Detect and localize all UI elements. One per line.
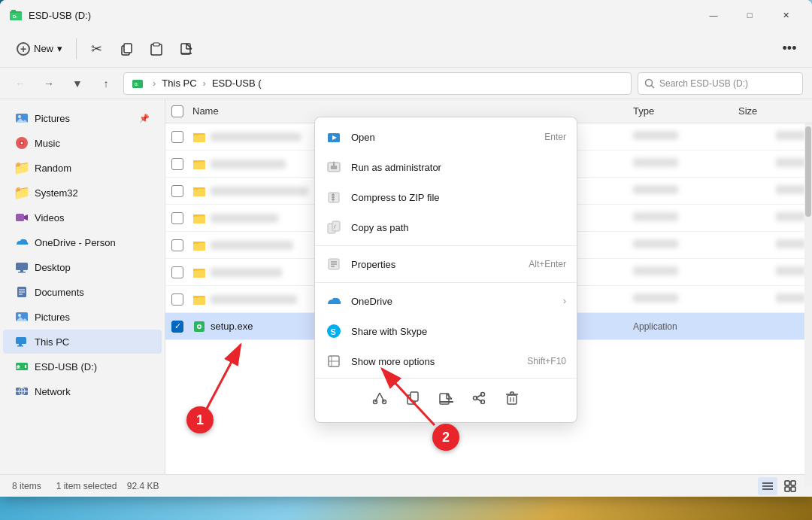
sidebar-item-desktop[interactable]: Desktop xyxy=(3,255,162,279)
address-path[interactable]: D: › This PC › ESD-USB ( xyxy=(123,72,632,95)
sidebar-item-random[interactable]: 📁 Random xyxy=(3,156,162,180)
toolbar: + New ▾ ✂ •• xyxy=(0,30,812,68)
sidebar-item-network[interactable]: Network xyxy=(3,379,162,403)
svg-rect-51 xyxy=(193,160,198,163)
svg-point-18 xyxy=(18,115,21,118)
svg-rect-66 xyxy=(193,296,198,298)
sidebar-item-system32[interactable]: 📁 System32 xyxy=(3,181,162,205)
row-checkbox[interactable] xyxy=(171,266,192,278)
paste-button[interactable] xyxy=(143,35,170,62)
desktop-icon xyxy=(15,260,29,274)
sidebar-label-system32: System32 xyxy=(35,187,78,199)
grid-view-button[interactable] xyxy=(780,477,800,495)
rename-button[interactable] xyxy=(173,35,200,62)
blurred-type xyxy=(633,293,678,303)
ctx-cut-button[interactable] xyxy=(366,385,393,412)
search-placeholder: Search ESD-USB (D:) xyxy=(659,78,748,89)
run-admin-icon xyxy=(326,159,342,175)
cut-button[interactable]: ✂ xyxy=(83,35,110,62)
checkbox xyxy=(171,131,183,143)
sidebar-label-desktop: Desktop xyxy=(35,262,71,273)
sidebar-item-music[interactable]: Music xyxy=(3,131,162,155)
ctx-onedrive[interactable]: OneDrive › xyxy=(315,286,577,316)
row-checkbox[interactable] xyxy=(171,158,192,170)
ctx-separator-2 xyxy=(315,282,577,283)
ctx-more-options[interactable]: Show more options Shift+F10 xyxy=(315,346,577,376)
list-view-button[interactable] xyxy=(758,477,777,495)
videos-icon xyxy=(15,211,29,224)
svg-rect-73 xyxy=(785,481,789,485)
sidebar-item-esd[interactable]: D: ESD-USB (D:) xyxy=(3,354,162,379)
minimize-button[interactable]: — xyxy=(696,3,731,27)
blurred-name xyxy=(211,241,293,250)
search-box[interactable]: Search ESD-USB (D:) xyxy=(638,72,803,95)
svg-rect-74 xyxy=(791,481,795,485)
window-controls: — □ ✕ xyxy=(696,3,803,27)
sidebar-item-pictures2[interactable]: Pictures xyxy=(3,305,162,329)
forward-button[interactable]: → xyxy=(38,73,60,94)
ctx-compress[interactable]: Compress to ZIP file xyxy=(315,182,577,212)
svg-rect-25 xyxy=(16,263,28,270)
checkbox xyxy=(171,293,183,306)
ctx-rename-button[interactable] xyxy=(432,385,459,412)
blurred-name xyxy=(211,268,282,277)
pictures-icon xyxy=(15,111,29,125)
row-checkbox[interactable] xyxy=(171,185,192,197)
svg-rect-54 xyxy=(193,187,198,190)
row-checkbox[interactable] xyxy=(171,239,192,251)
row-checkbox[interactable] xyxy=(171,293,192,306)
sidebar-item-pictures[interactable]: Pictures 📌 xyxy=(3,106,162,130)
back-button[interactable]: ← xyxy=(9,73,32,94)
svg-rect-35 xyxy=(16,337,26,344)
row-checkbox[interactable] xyxy=(171,131,192,143)
sidebar-label-documents: Documents xyxy=(35,287,84,298)
header-checkbox[interactable] xyxy=(171,105,192,117)
ctx-open[interactable]: Open Enter xyxy=(315,122,577,152)
breadcrumb-thispc: This PC xyxy=(162,78,196,89)
breadcrumb-esd: ESD-USB ( xyxy=(212,78,262,89)
open-icon xyxy=(326,129,342,145)
more-options-button[interactable]: ••• xyxy=(776,35,803,62)
sidebar-label-network: Network xyxy=(35,386,71,397)
new-button[interactable]: + New ▾ xyxy=(9,35,70,62)
copy-button[interactable] xyxy=(113,35,140,62)
copy-path-icon: / xyxy=(326,219,342,236)
col-size-header[interactable]: Size xyxy=(738,105,806,117)
ctx-copy-path[interactable]: / Copy as path xyxy=(315,212,577,242)
sidebar-item-thispc[interactable]: This PC xyxy=(3,330,162,354)
col-type-header[interactable]: Type xyxy=(633,105,738,117)
row-checkbox-setup[interactable] xyxy=(171,321,192,333)
ctx-copy-button[interactable] xyxy=(399,385,426,412)
sidebar-item-videos[interactable]: Videos xyxy=(3,205,162,230)
close-button[interactable]: ✕ xyxy=(768,3,803,27)
sidebar-item-documents[interactable]: Documents xyxy=(3,280,162,304)
ctx-skype-label: Share with Skype xyxy=(351,326,566,337)
ctx-properties[interactable]: Properties Alt+Enter xyxy=(315,249,577,279)
row-checkbox[interactable] xyxy=(171,212,192,224)
sidebar-item-onedrive[interactable]: OneDrive - Person xyxy=(3,230,162,254)
blurred-size xyxy=(776,212,806,221)
svg-point-111 xyxy=(474,397,477,400)
vertical-scrollbar[interactable] xyxy=(804,123,812,486)
folder-icon-system32: 📁 xyxy=(15,186,29,199)
blurred-size xyxy=(776,293,806,303)
col-name-header[interactable]: Name xyxy=(192,105,633,117)
ctx-skype[interactable]: S Share with Skype xyxy=(315,316,577,346)
svg-rect-27 xyxy=(18,272,26,273)
svg-rect-107 xyxy=(440,401,453,403)
ctx-open-label: Open xyxy=(351,132,535,143)
music-icon xyxy=(15,136,29,150)
thispc-icon xyxy=(15,335,29,348)
compress-icon xyxy=(326,189,342,205)
history-button[interactable]: ▼ xyxy=(66,73,89,94)
maximize-button[interactable]: □ xyxy=(732,3,767,27)
ctx-run-admin[interactable]: Run as administrator xyxy=(315,152,577,182)
file-size xyxy=(738,293,806,305)
up-button[interactable]: ↑ xyxy=(95,73,117,94)
ctx-delete-button[interactable] xyxy=(498,385,526,412)
blurred-type xyxy=(633,266,678,275)
ctx-share-button[interactable] xyxy=(465,385,492,412)
blurred-size xyxy=(776,185,806,194)
checkbox xyxy=(171,266,183,278)
svg-rect-63 xyxy=(193,269,198,271)
